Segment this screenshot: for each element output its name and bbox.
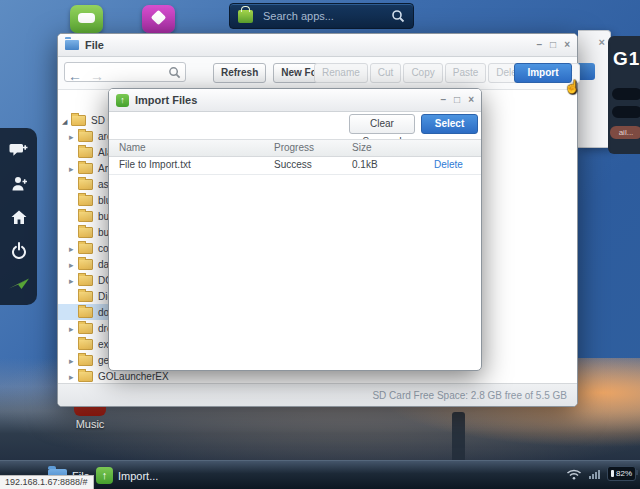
navigation-row: ← → <box>58 66 577 90</box>
dialog-actions: Clear Succeed Select Files <box>109 111 481 139</box>
expand-arrow-icon[interactable] <box>69 163 78 174</box>
wallpaper-silhouette <box>452 412 465 460</box>
dock <box>0 128 37 305</box>
folder-icon <box>78 355 93 366</box>
dialog-titlebar[interactable]: ↑ Import Files – □ × <box>109 89 481 112</box>
folder-icon <box>78 147 93 158</box>
minimize-button[interactable]: – <box>441 95 447 105</box>
airdroid-logo-button[interactable] <box>4 271 34 295</box>
taskbar-item-import[interactable]: ↑ Import... <box>96 464 158 487</box>
sd-free-space-text: SD Card Free Space: 2.8 GB free of 5.5 G… <box>372 390 567 401</box>
device-name: G1 <box>613 48 640 70</box>
store-bag-icon <box>238 10 253 23</box>
select-files-button[interactable]: Select Files <box>421 114 478 134</box>
app-search-bar[interactable]: Search apps... <box>229 3 414 29</box>
file-name-cell: File to Import.txt <box>119 156 191 174</box>
detail-button-fragment[interactable]: ail... <box>610 126 640 139</box>
messaging-glyph <box>78 13 95 23</box>
maximize-button[interactable]: □ <box>550 40 556 50</box>
expand-arrow-icon[interactable] <box>69 371 78 382</box>
mouse-cursor-hand: ☝ <box>564 79 580 94</box>
messaging-app-icon[interactable] <box>70 5 103 33</box>
folder-icon <box>78 371 93 382</box>
chat-add-icon <box>9 142 28 159</box>
device-widget: G1 ail... <box>608 36 640 154</box>
device-widget-button[interactable] <box>612 106 640 118</box>
size-cell: 0.1kB <box>352 156 378 174</box>
expand-arrow-icon[interactable] <box>69 259 78 270</box>
expand-arrow-icon[interactable] <box>69 323 78 334</box>
folder-icon <box>78 211 93 222</box>
home-icon <box>10 209 28 225</box>
clear-succeed-button[interactable]: Clear Succeed <box>349 114 415 134</box>
expand-arrow-icon[interactable] <box>69 355 78 366</box>
expand-arrow-icon[interactable] <box>69 275 78 286</box>
back-button[interactable]: ← <box>68 68 82 84</box>
battery-indicator[interactable]: 82% <box>607 466 636 481</box>
charging-icon <box>611 470 614 477</box>
folder-icon <box>78 131 93 142</box>
dialog-title: Import Files <box>135 94 441 106</box>
expand-arrow-icon[interactable] <box>69 243 78 254</box>
progress-cell: Success <box>274 156 312 174</box>
search-apps-placeholder: Search apps... <box>263 10 391 22</box>
add-contact-button[interactable] <box>4 172 34 196</box>
close-button[interactable]: × <box>564 40 570 50</box>
signal-bars-icon[interactable] <box>589 469 600 479</box>
import-files-dialog: ↑ Import Files – □ × Clear Succeed Selec… <box>108 88 482 371</box>
file-window-titlebar[interactable]: File – □ × <box>58 34 577 57</box>
device-popup-fragment: × <box>578 30 611 148</box>
close-icon[interactable]: × <box>599 36 605 48</box>
folder-icon <box>78 227 93 238</box>
browser-url-tooltip: 192.168.1.67:8888/# <box>0 475 94 489</box>
taskbar: File ↑ Import... 82% <box>0 460 640 489</box>
media-glyph <box>151 10 167 26</box>
battery-percent: 82% <box>616 469 632 478</box>
header-size: Size <box>352 140 371 156</box>
music-app-label: Music <box>60 418 120 430</box>
status-bar: SD Card Free Space: 2.8 GB free of 5.5 G… <box>58 383 577 406</box>
folder-icon <box>78 179 93 190</box>
maximize-button[interactable]: □ <box>454 95 460 105</box>
table-header: Name Progress Size <box>109 139 481 157</box>
device-widget-button[interactable] <box>612 88 640 100</box>
expand-arrow-icon[interactable] <box>62 115 71 126</box>
expand-arrow-icon[interactable] <box>69 131 78 142</box>
folder-icon <box>78 339 93 350</box>
folder-icon <box>78 243 93 254</box>
close-button[interactable]: × <box>468 95 474 105</box>
folder-icon <box>78 291 93 302</box>
desktop: Search apps... × G1 ail... Fi <box>0 0 640 489</box>
wifi-icon[interactable] <box>566 468 582 480</box>
folder-icon <box>78 275 93 286</box>
folder-icon <box>78 195 93 206</box>
import-icon: ↑ <box>116 94 129 107</box>
system-tray: 82% <box>566 466 636 481</box>
popup-button-fragment[interactable] <box>578 63 595 80</box>
home-button[interactable] <box>4 205 34 229</box>
power-button[interactable] <box>4 238 34 262</box>
minimize-button[interactable]: – <box>537 40 543 50</box>
delete-link[interactable]: Delete <box>434 156 463 174</box>
folder-icon <box>71 115 86 126</box>
import-icon: ↑ <box>96 467 113 484</box>
paper-plane-icon <box>8 275 30 291</box>
person-add-icon <box>10 175 28 192</box>
folder-icon <box>78 307 93 318</box>
header-progress: Progress <box>274 140 314 156</box>
new-conversation-button[interactable] <box>4 139 34 163</box>
folder-icon <box>78 323 93 334</box>
header-name: Name <box>119 140 146 156</box>
power-icon <box>10 241 28 259</box>
window-title: File <box>85 39 537 51</box>
folder-icon <box>78 259 93 270</box>
folder-icon <box>65 40 79 50</box>
folder-icon <box>78 163 93 174</box>
table-row: File to Import.txt Success 0.1kB Delete <box>109 156 481 175</box>
media-app-icon[interactable] <box>142 5 175 33</box>
forward-button: → <box>90 68 104 84</box>
search-icon[interactable] <box>391 9 405 23</box>
